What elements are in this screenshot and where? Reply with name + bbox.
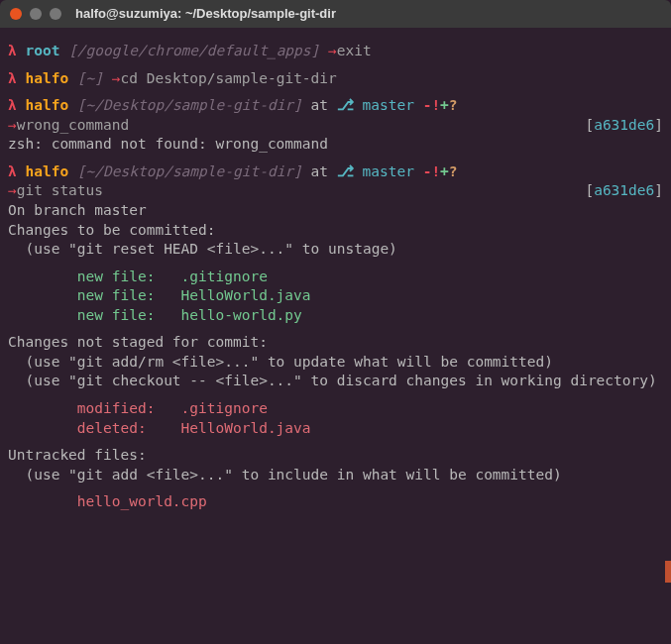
window-minimize-button[interactable] xyxy=(30,8,42,20)
arrow-icon: → xyxy=(8,182,17,198)
git-hash-tag: [a631de6] xyxy=(585,116,663,136)
lambda-icon: λ xyxy=(8,70,17,86)
git-hash: a631de6 xyxy=(594,182,654,198)
git-staged-file: new file: .gitignore xyxy=(8,268,663,287)
window-title: halfo@suzumiya: ~/Desktop/sample-git-dir xyxy=(75,5,336,23)
terminal-area[interactable]: λ root [/google/chrome/default_apps] →ex… xyxy=(0,28,671,644)
git-output-line: Changes to be committed: xyxy=(8,221,663,241)
git-output-line: Changes not staged for commit: xyxy=(8,333,663,353)
git-output-line: (use "git reset HEAD <file>..." to unsta… xyxy=(8,240,663,260)
prompt-user: halfo xyxy=(25,70,68,86)
window-buttons xyxy=(10,8,61,20)
lambda-icon: λ xyxy=(8,163,17,179)
command-text: wrong_command xyxy=(17,117,130,133)
arrow-icon: → xyxy=(112,70,121,86)
git-flag-bang: ! xyxy=(431,97,440,113)
prompt-path: [~/Desktop/sample-git-dir] xyxy=(77,163,302,179)
prompt-path: [/google/chrome/default_apps] xyxy=(68,43,319,58)
branch-icon: ⎇ xyxy=(337,163,354,179)
git-output-line: (use "git add/rm <file>..." to update wh… xyxy=(8,353,663,373)
git-output-line: (use "git add <file>..." to include in w… xyxy=(8,466,663,485)
lambda-icon: λ xyxy=(8,43,17,58)
at-label: at xyxy=(311,97,328,113)
command-row: →wrong_command [a631de6] xyxy=(8,116,663,136)
prompt-user: halfo xyxy=(25,163,68,179)
git-output-line: On branch master xyxy=(8,201,663,221)
branch-name: master xyxy=(363,97,414,113)
error-output: zsh: command not found: wrong_command xyxy=(8,135,663,155)
command-text: cd Desktop/sample-git-dir xyxy=(121,70,337,86)
git-hash-tag: [a631de6] xyxy=(585,181,663,201)
git-untracked-file: hello_world.cpp xyxy=(8,492,663,512)
command-text: git status xyxy=(17,182,103,198)
prompt-line: λ halfo [~/Desktop/sample-git-dir] at ⎇ … xyxy=(8,162,663,182)
git-flag-bang: ! xyxy=(431,163,440,179)
prompt-path: [~] xyxy=(77,70,103,86)
arrow-icon: → xyxy=(328,43,337,58)
branch-icon: ⎇ xyxy=(337,97,354,113)
prompt-user: root xyxy=(25,43,59,58)
git-flag-question: ? xyxy=(449,163,458,179)
scrollbar-marker[interactable] xyxy=(665,561,671,583)
lambda-icon: λ xyxy=(8,97,17,113)
git-flag-question: ? xyxy=(449,97,458,113)
git-flag-plus: + xyxy=(440,163,449,179)
prompt-line: λ halfo [~/Desktop/sample-git-dir] at ⎇ … xyxy=(8,96,663,116)
git-unstaged-file: deleted: HelloWorld.java xyxy=(8,419,663,439)
git-flag-plus: + xyxy=(440,97,449,113)
window-close-button[interactable] xyxy=(10,8,22,20)
git-unstaged-file: modified: .gitignore xyxy=(8,399,663,419)
git-output-line: (use "git checkout -- <file>..." to disc… xyxy=(8,372,663,391)
prompt-user: halfo xyxy=(25,97,68,113)
window-titlebar: halfo@suzumiya: ~/Desktop/sample-git-dir xyxy=(0,0,671,28)
command-row: →git status [a631de6] xyxy=(8,181,663,201)
git-staged-file: new file: HelloWorld.java xyxy=(8,286,663,306)
git-staged-file: new file: hello-world.py xyxy=(8,306,663,326)
window-maximize-button[interactable] xyxy=(50,8,61,20)
prompt-line: λ root [/google/chrome/default_apps] →ex… xyxy=(8,42,663,61)
at-label: at xyxy=(311,163,328,179)
git-output-line: Untracked files: xyxy=(8,446,663,466)
prompt-line: λ halfo [~] →cd Desktop/sample-git-dir xyxy=(8,69,663,89)
command-text: exit xyxy=(337,43,372,58)
branch-name: master xyxy=(363,163,414,179)
arrow-icon: → xyxy=(8,117,17,133)
git-hash: a631de6 xyxy=(594,117,654,133)
prompt-path: [~/Desktop/sample-git-dir] xyxy=(77,97,302,113)
